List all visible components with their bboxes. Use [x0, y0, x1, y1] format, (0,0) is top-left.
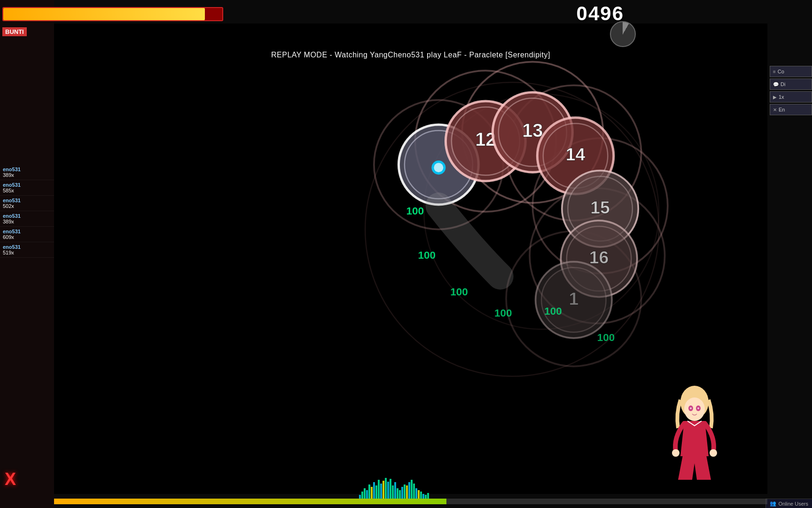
x-close-button[interactable]: X [5, 469, 16, 489]
svg-point-12 [434, 163, 443, 172]
svg-text:13: 13 [522, 120, 543, 141]
exit-icon: ✕ [773, 107, 777, 112]
comments-button[interactable]: ≡ Co [770, 66, 812, 77]
player-combo: 389x [3, 172, 51, 178]
waveform-bar [366, 490, 368, 499]
svg-text:100: 100 [544, 305, 562, 317]
svg-text:14: 14 [566, 144, 586, 164]
speed-icon: ▶ [773, 95, 777, 100]
song-progress-bar [54, 499, 767, 504]
circle-clock [610, 21, 636, 47]
waveform-bar [387, 482, 389, 499]
player-name: eno531 [3, 244, 51, 250]
player-name: eno531 [3, 229, 51, 234]
waveform-bar [394, 482, 396, 499]
bunti-label: BUNTI [2, 27, 27, 36]
waveform-bar [383, 481, 384, 499]
waveform-bar [385, 478, 387, 499]
player-entry: eno531 519x [0, 242, 54, 258]
waveform-bar [406, 485, 408, 499]
replay-mode-text: REPLAY MODE - Watching YangCheno531 play… [54, 51, 767, 59]
waveform-bar [427, 493, 429, 499]
song-progress-fill [54, 499, 446, 504]
waveform-bar [425, 495, 427, 499]
waveform-bar [411, 480, 413, 499]
svg-text:100: 100 [450, 286, 468, 298]
anime-char-svg [666, 386, 723, 480]
player-combo: 609x [3, 234, 51, 240]
waveform-bar [373, 482, 375, 499]
player-combo: 502x [3, 203, 51, 209]
waveform-bar [364, 488, 366, 499]
player-entry: eno531 585x [0, 180, 54, 196]
player-combo: 389x [3, 219, 51, 224]
svg-text:100: 100 [597, 332, 615, 343]
waveform-bar [420, 492, 422, 499]
waveform-bar [422, 494, 424, 499]
player-entry: eno531 389x [0, 211, 54, 227]
player-name: eno531 [3, 182, 51, 188]
svg-point-41 [690, 407, 692, 409]
waveform-bar [399, 490, 401, 499]
song-progress-remaining [446, 499, 767, 504]
waveform-bar [404, 484, 406, 499]
waveform-bar [380, 484, 382, 499]
health-bar-fill [3, 8, 205, 20]
svg-text:100: 100 [406, 205, 424, 217]
right-panel: ≡ Co 💬 Di ▶ 1x ✕ En [770, 66, 812, 115]
waveform-bar [375, 485, 377, 499]
waveform-bar [408, 482, 410, 499]
online-users-label: Online Users [778, 501, 808, 507]
waveform-bar [359, 495, 361, 499]
svg-text:100: 100 [494, 307, 512, 319]
svg-text:16: 16 [589, 247, 609, 267]
waveform-bar [378, 480, 380, 499]
speed-button[interactable]: ▶ 1x [770, 91, 812, 103]
discuss-icon: 💬 [773, 82, 779, 87]
comments-label: Co [778, 69, 784, 74]
circles-container: 12 13 14 15 16 1 100 100 100 [54, 24, 767, 494]
svg-point-38 [684, 397, 705, 421]
player-combo: 519x [3, 250, 51, 255]
svg-text:1: 1 [569, 289, 578, 309]
player-entry: eno531 502x [0, 196, 54, 211]
player-entry: eno531 389x [0, 165, 54, 180]
waveform-bar [390, 479, 391, 499]
waveform-bar [413, 484, 415, 499]
exit-button[interactable]: ✕ En [770, 104, 812, 115]
health-bar-background [2, 7, 223, 21]
waveform-bar [392, 485, 394, 499]
score-display: 0496 [577, 2, 624, 25]
discuss-button[interactable]: 💬 Di [770, 79, 812, 90]
player-entry: eno531 609x [0, 227, 54, 242]
anime-character [666, 386, 723, 480]
player-name: eno531 [3, 213, 51, 219]
player-list: eno531 389x eno531 585x eno531 502x eno5… [0, 165, 54, 258]
svg-text:15: 15 [590, 198, 610, 217]
player-name: eno531 [3, 167, 51, 172]
online-users-panel[interactable]: 👥 Online Users [765, 499, 812, 508]
waveform-bar [415, 488, 417, 499]
svg-point-44 [710, 449, 717, 457]
player-name: eno531 [3, 198, 51, 203]
waveform-bar [397, 488, 398, 499]
people-icon: 👥 [770, 500, 776, 507]
comments-icon: ≡ [773, 69, 776, 74]
waveform-display [359, 475, 453, 499]
exit-label: En [779, 107, 785, 112]
health-bar-container [2, 7, 223, 21]
waveform-bar [401, 487, 403, 499]
waveform-bar [361, 492, 363, 499]
discuss-label: Di [781, 81, 785, 87]
svg-point-42 [697, 407, 699, 409]
waveform-bar [368, 484, 370, 499]
player-combo: 585x [3, 188, 51, 193]
waveform-bar [371, 487, 373, 499]
speed-label: 1x [779, 94, 784, 100]
waveform-bar [418, 490, 420, 499]
svg-text:100: 100 [418, 249, 436, 261]
game-svg: 12 13 14 15 16 1 100 100 100 [54, 24, 767, 494]
svg-point-43 [672, 449, 679, 457]
game-area: 12 13 14 15 16 1 100 100 100 [54, 24, 767, 494]
